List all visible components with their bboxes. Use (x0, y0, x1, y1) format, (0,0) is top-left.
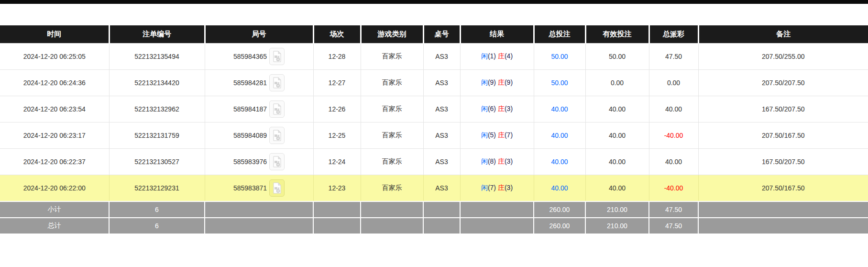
session-cell: 12-23 (313, 175, 361, 202)
session-cell: 12-27 (313, 70, 361, 96)
valid-bet-cell: 40.00 (585, 96, 649, 122)
round-no-cell: 585984187 (205, 96, 313, 122)
col-header-session: 场次 (313, 25, 361, 44)
top-bar (0, 0, 868, 4)
total-bet-link[interactable]: 40.00 (534, 175, 585, 202)
table-no-cell: AS3 (423, 44, 460, 70)
total-valid-bet: 210.00 (585, 218, 649, 234)
table-no-cell: AS3 (423, 175, 460, 202)
payout-cell: 47.50 (649, 44, 698, 70)
result-player-score: (6) (488, 105, 496, 112)
bet-id-cell: 522132135494 (109, 44, 205, 70)
table-row: 2024-12-20 06:23:54 522132132962 5859841… (0, 96, 868, 122)
col-header-time: 时间 (0, 25, 109, 44)
table-row: 2024-12-20 06:24:36 522132134420 5859842… (0, 70, 868, 96)
result-cell: 闲(8) 庄(3) (460, 149, 534, 175)
result-player-score: (9) (488, 78, 496, 86)
round-no-text: 585983871 (233, 184, 267, 192)
session-cell: 12-24 (313, 149, 361, 175)
col-header-total-bet: 总投注 (534, 25, 585, 44)
video-icon (272, 156, 282, 168)
bet-id-cell: 522132129231 (109, 175, 205, 202)
time-cell: 2024-12-20 06:22:37 (0, 149, 109, 175)
video-icon (272, 77, 282, 89)
subtotal-payout: 47.50 (649, 201, 698, 218)
result-cell: 闲(5) 庄(7) (460, 122, 534, 149)
col-header-payout: 总派彩 (649, 25, 698, 44)
payout-cell: 0.00 (649, 70, 698, 96)
header-row: 时间 注单编号 局号 场次 游戏类别 桌号 结果 总投注 有效投注 总派彩 备注 (0, 25, 868, 44)
round-no-cell: 585983976 (205, 149, 313, 175)
time-cell: 2024-12-20 06:24:36 (0, 70, 109, 96)
result-banker-label: 庄 (498, 52, 505, 60)
result-banker-label: 庄 (498, 157, 505, 165)
video-icon (272, 103, 282, 115)
result-player-label: 闲 (481, 52, 488, 60)
video-replay-button[interactable] (269, 48, 285, 65)
result-banker-score: (9) (505, 78, 513, 86)
valid-bet-cell: 0.00 (585, 70, 649, 96)
session-cell: 12-25 (313, 122, 361, 149)
video-replay-button[interactable] (269, 100, 285, 118)
total-bet-link[interactable]: 40.00 (534, 122, 585, 149)
bet-history-table: 时间 注单编号 局号 场次 游戏类别 桌号 结果 总投注 有效投注 总派彩 备注… (0, 25, 868, 234)
result-player-label: 闲 (481, 184, 488, 191)
round-no-cell: 585984281 (205, 70, 313, 96)
result-player-label: 闲 (481, 78, 488, 86)
result-banker-score: (7) (505, 131, 513, 139)
time-cell: 2024-12-20 06:25:05 (0, 44, 109, 70)
payout-cell: -40.00 (649, 175, 698, 202)
remark-cell: 167.50/207.50 (698, 96, 868, 122)
payout-cell: 40.00 (649, 96, 698, 122)
result-player-label: 闲 (481, 131, 488, 139)
result-cell: 闲(7) 庄(3) (460, 175, 534, 202)
total-bet-link[interactable]: 40.00 (534, 149, 585, 175)
video-replay-button[interactable] (269, 74, 285, 91)
result-player-score: (8) (488, 157, 496, 165)
bet-id-cell: 522132130527 (109, 149, 205, 175)
col-header-remark: 备注 (698, 25, 868, 44)
game-type-cell: 百家乐 (361, 175, 423, 202)
payout-cell: 40.00 (649, 149, 698, 175)
total-bet-link[interactable]: 50.00 (534, 44, 585, 70)
subtotal-total-bet: 260.00 (534, 201, 585, 218)
round-no-text: 585984187 (233, 105, 267, 113)
col-header-round-no: 局号 (205, 25, 313, 44)
result-player-label: 闲 (481, 157, 488, 165)
game-type-cell: 百家乐 (361, 70, 423, 96)
col-header-game-type: 游戏类别 (361, 25, 423, 44)
remark-cell: 207.50/255.00 (698, 44, 868, 70)
col-header-table-no: 桌号 (423, 25, 460, 44)
result-banker-score: (3) (505, 105, 513, 112)
round-no-text: 585983976 (233, 158, 267, 166)
subtotal-row: 小计 6 260.00 210.00 47.50 (0, 201, 868, 218)
total-bet-link[interactable]: 50.00 (534, 70, 585, 96)
total-label: 总计 (0, 218, 109, 234)
remark-cell: 207.50/167.50 (698, 175, 868, 202)
table-no-cell: AS3 (423, 149, 460, 175)
bet-id-cell: 522132134420 (109, 70, 205, 96)
result-banker-label: 庄 (498, 78, 505, 86)
session-cell: 12-26 (313, 96, 361, 122)
payout-cell: -40.00 (649, 122, 698, 149)
result-banker-score: (3) (505, 184, 513, 191)
video-replay-button[interactable] (269, 153, 285, 170)
table-no-cell: AS3 (423, 122, 460, 149)
bet-id-cell: 522132132962 (109, 96, 205, 122)
total-bet-link[interactable]: 40.00 (534, 96, 585, 122)
result-banker-score: (4) (505, 52, 513, 60)
col-header-bet-id: 注单编号 (109, 25, 205, 44)
result-banker-label: 庄 (498, 184, 505, 191)
result-cell: 闲(1) 庄(4) (460, 44, 534, 70)
total-count: 6 (109, 218, 205, 234)
table-row: 2024-12-20 06:23:17 522132131759 5859840… (0, 122, 868, 149)
round-no-cell: 585984089 (205, 122, 313, 149)
remark-cell: 207.50/207.50 (698, 70, 868, 96)
table-no-cell: AS3 (423, 70, 460, 96)
video-replay-button[interactable] (269, 127, 285, 144)
video-icon (272, 50, 282, 63)
video-replay-button[interactable] (269, 179, 285, 197)
valid-bet-cell: 40.00 (585, 122, 649, 149)
table-row: 2024-12-20 06:25:05 522132135494 5859843… (0, 44, 868, 70)
game-type-cell: 百家乐 (361, 122, 423, 149)
